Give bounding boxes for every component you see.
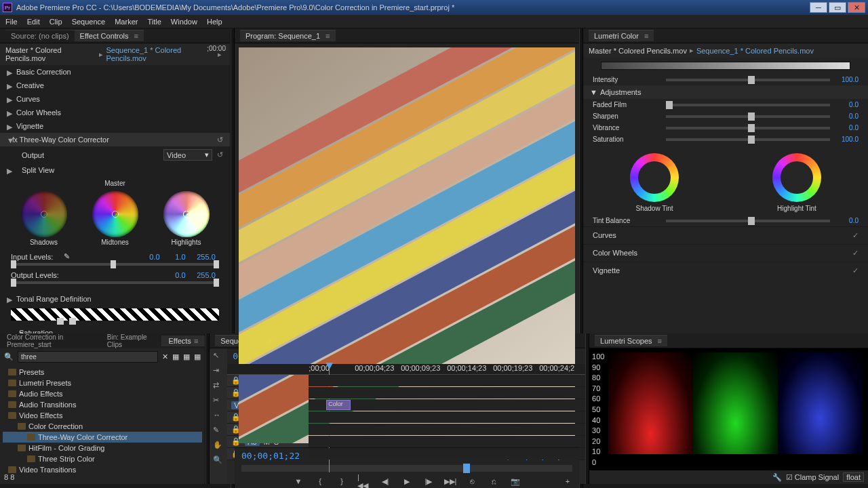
track-select-icon[interactable]: ⇥	[213, 366, 224, 377]
tree-item[interactable]: Presets	[3, 367, 202, 378]
vignette-section[interactable]: Vignette✓	[583, 262, 868, 279]
vibrance-slider[interactable]: Vibrance0.0	[583, 122, 868, 134]
midtones-wheel[interactable]	[92, 191, 138, 237]
add-button[interactable]: +	[561, 476, 574, 487]
slip-icon[interactable]: ↔	[213, 411, 224, 422]
go-to-in-button[interactable]: |◀◀	[357, 476, 370, 487]
wrench-icon[interactable]: 🔧	[772, 473, 782, 482]
tree-item[interactable]: Audio Effects	[3, 388, 202, 399]
tree-item[interactable]: Three Strip Color	[3, 453, 202, 464]
out-point-button[interactable]: }	[336, 476, 348, 487]
section-creative[interactable]: ▶Creative	[0, 79, 230, 92]
play-button[interactable]: ▶	[401, 476, 413, 487]
panel-menu-icon[interactable]: ≡	[326, 32, 330, 40]
clamp-signal-checkbox[interactable]: ☑Clamp Signal	[786, 473, 839, 482]
selection-tool-icon[interactable]: ↖	[213, 351, 224, 362]
rgb-parade-scope[interactable]: 1009080706050403020100	[589, 348, 868, 470]
tree-item[interactable]: Lumetri Presets	[3, 378, 202, 388]
program-tab[interactable]: Program: Sequence_1≡	[240, 30, 336, 41]
tree-item[interactable]: HitFilm - Color Grading	[3, 443, 202, 453]
saturation-slider[interactable]: Saturation100.0	[583, 134, 868, 145]
reset-icon[interactable]: ↺	[217, 136, 223, 144]
tree-item[interactable]: Video Effects	[3, 410, 202, 421]
menu-sequence[interactable]: Sequence	[72, 18, 106, 26]
menu-clip[interactable]: Clip	[50, 18, 62, 26]
look-preview[interactable]	[601, 62, 850, 70]
preset-icon[interactable]: ▦	[194, 352, 201, 361]
tree-item[interactable]: Audio Transitions	[3, 399, 202, 410]
panel-menu-icon[interactable]: ≡	[644, 32, 648, 40]
go-to-out-button[interactable]: ▶▶|	[444, 476, 456, 487]
timeline-clip[interactable]: Color	[326, 400, 351, 410]
color-wheels-section[interactable]: Color Wheels✓	[583, 244, 868, 262]
curves-section[interactable]: Curves✓	[583, 226, 868, 244]
preset-icon[interactable]: ▦	[172, 352, 179, 361]
minimize-button[interactable]: ─	[810, 2, 827, 13]
effects-tab[interactable]: Effects≡	[161, 336, 205, 346]
ripple-edit-icon[interactable]: ⇄	[213, 381, 224, 392]
hand-icon[interactable]: ✋	[213, 441, 224, 451]
close-button[interactable]: ✕	[848, 2, 865, 13]
sharpen-slider[interactable]: Sharpen0.0	[583, 110, 868, 122]
in-point-button[interactable]: {	[314, 476, 326, 487]
program-scrubber[interactable]	[241, 465, 572, 472]
tonal-range[interactable]: ▶Tonal Range Definition	[0, 292, 230, 306]
highlight-tint-wheel[interactable]	[772, 153, 821, 202]
zoom-icon[interactable]: 🔍	[213, 455, 224, 466]
highlights-wheel[interactable]	[163, 191, 210, 237]
menu-help[interactable]: Help	[207, 18, 222, 26]
menu-title[interactable]: Title	[147, 18, 161, 26]
scopes-tab[interactable]: Lumetri Scopes≡	[595, 335, 667, 346]
eyedropper-icon[interactable]: ✎	[64, 252, 70, 261]
pen-icon[interactable]: ✎	[213, 426, 224, 436]
check-icon[interactable]: ✓	[852, 231, 859, 240]
tint-balance-slider[interactable]: Tint Balance0.0	[583, 215, 868, 226]
extract-button[interactable]: ⎌	[488, 476, 500, 487]
preset-icon[interactable]: ▦	[183, 352, 190, 361]
effect-three-way[interactable]: ▼ fx Three-Way Color Corrector ↺	[0, 133, 230, 146]
input-levels-slider[interactable]	[11, 263, 219, 266]
split-view[interactable]: ▶Split View	[0, 163, 230, 177]
timeline-ruler[interactable]: ;00;0000;00;04;2300;00;09;2300;00;14;230…	[227, 364, 585, 375]
export-frame-button[interactable]: 📷	[509, 476, 521, 487]
panel-menu-icon[interactable]: ≡	[134, 32, 138, 40]
section-vignette[interactable]: ▶Vignette	[0, 119, 230, 133]
step-back-button[interactable]: ◀|	[379, 476, 391, 487]
step-forward-button[interactable]: |▶	[422, 476, 435, 487]
effects-search-input[interactable]	[18, 351, 158, 363]
shadows-wheel[interactable]	[21, 191, 67, 237]
playhead-icon[interactable]	[463, 464, 470, 473]
menu-file[interactable]: File	[5, 18, 18, 26]
shadow-tint-wheel[interactable]	[630, 153, 679, 202]
check-icon[interactable]: ✓	[852, 249, 859, 258]
faded-film-slider[interactable]: Faded Film0.0	[583, 99, 868, 110]
effect-controls-tab[interactable]: Effect Controls≡	[75, 30, 144, 41]
section-color-wheels[interactable]: ▶Color Wheels	[0, 106, 230, 119]
intensity-slider[interactable]: Intensity 100.0	[583, 74, 868, 85]
output-levels-slider[interactable]	[11, 281, 219, 284]
menu-marker[interactable]: Marker	[115, 18, 138, 26]
bin-tab[interactable]: Bin: Example Clips	[100, 332, 162, 350]
adjustments-header[interactable]: ▼Adjustments	[583, 85, 868, 99]
lift-button[interactable]: ⎋	[466, 476, 478, 487]
scope-mode-select[interactable]: float	[843, 472, 864, 482]
maximize-button[interactable]: ▭	[829, 2, 846, 13]
tree-item[interactable]: Video Transitions	[3, 464, 202, 475]
source-tab[interactable]: Source: (no clips)	[5, 30, 75, 41]
project-tab[interactable]: Color Correction in Premiere_start	[0, 332, 100, 350]
lumetri-tab[interactable]: Lumetri Color≡	[589, 30, 654, 41]
section-basic[interactable]: ▶Basic Correction	[0, 65, 230, 79]
razor-icon[interactable]: ✂	[213, 396, 224, 407]
clear-search-icon[interactable]: ✕	[162, 352, 168, 361]
section-curves[interactable]: ▶Curves	[0, 92, 230, 106]
mark-in-button[interactable]: ▼	[292, 476, 304, 487]
tree-item[interactable]: Color Correction	[3, 421, 202, 432]
menu-window[interactable]: Window	[171, 18, 197, 26]
tonal-range-slider[interactable]	[11, 308, 219, 321]
check-icon[interactable]: ✓	[852, 266, 859, 275]
tree-item-selected[interactable]: Three-Way Color Corrector	[3, 432, 202, 443]
program-timecode[interactable]: 00;00;01;22	[241, 451, 300, 461]
reset-icon[interactable]: ↺	[217, 150, 223, 159]
output-select[interactable]: Video▾	[163, 149, 212, 161]
menu-edit[interactable]: Edit	[27, 18, 40, 26]
